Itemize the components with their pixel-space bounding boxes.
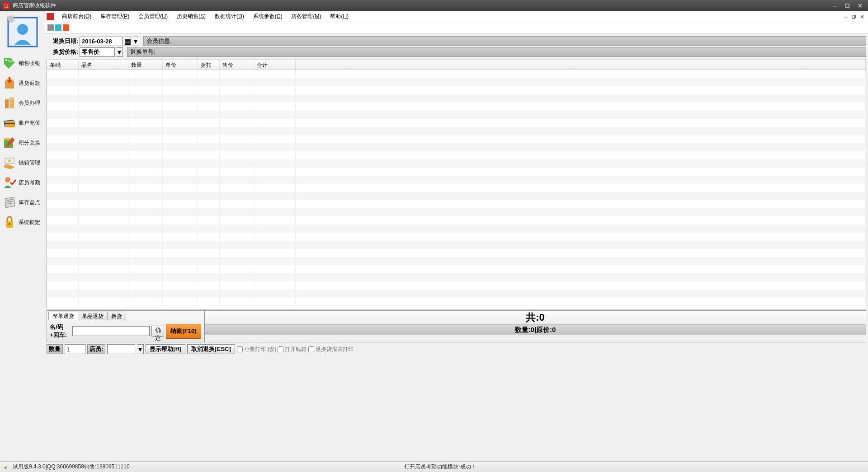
table-row[interactable] — [47, 103, 866, 111]
window-close-button[interactable] — [854, 2, 866, 10]
exchange-price-select[interactable]: 零售价 — [80, 47, 115, 57]
sidebar-item-inventory[interactable]: 库存盘点 — [2, 193, 43, 212]
sidebar-item-label: 销售收银 — [19, 60, 40, 67]
menu-s[interactable]: 历史销售(S) — [172, 13, 210, 20]
sidebar-item-member[interactable]: 会员办理 — [2, 93, 43, 112]
table-row[interactable] — [47, 86, 866, 94]
tab-exchange[interactable]: 换货 — [107, 312, 126, 320]
name-code-input[interactable] — [72, 326, 150, 336]
table-row[interactable] — [47, 168, 866, 176]
sidebar-item-lock[interactable]: 系统锁定 — [2, 213, 43, 232]
table-row[interactable] — [47, 273, 866, 281]
table-row[interactable] — [47, 111, 866, 119]
menu-d[interactable]: 数据统计(D) — [210, 13, 249, 20]
table-row[interactable] — [47, 290, 866, 298]
table-row[interactable] — [47, 94, 866, 103]
theme-cyan-swatch[interactable] — [55, 24, 61, 31]
table-row[interactable] — [47, 192, 866, 200]
menu-q[interactable]: 商店前台(Q) — [57, 13, 96, 20]
qty-input[interactable] — [65, 344, 85, 354]
sidebar-item-recharge[interactable]: 账户充值 — [2, 113, 43, 132]
table-row[interactable] — [47, 241, 866, 249]
credit-cards-icon — [2, 116, 17, 130]
menu-m[interactable]: 店务管理(M) — [287, 13, 326, 20]
sidebar-item-sales[interactable]: Sale 销售收银 — [2, 54, 43, 73]
table-row[interactable] — [47, 119, 866, 127]
receipt-print-checkbox[interactable]: 小票打印 — [237, 346, 266, 353]
status-plug-icon — [3, 463, 10, 471]
window-title: 商店管家收银软件 — [13, 2, 828, 9]
checkout-button[interactable]: 结账[F10] — [166, 324, 201, 339]
confirm-button[interactable]: 确定 — [151, 326, 164, 336]
mdi-close-button[interactable] — [858, 13, 866, 20]
theme-gray-swatch[interactable] — [47, 24, 54, 31]
sidebar-item-return[interactable]: 退货返款 — [2, 74, 43, 93]
col-blank — [296, 60, 866, 70]
table-row[interactable] — [47, 176, 866, 184]
col-qty[interactable]: 数量 — [128, 60, 163, 70]
window-minimize-button[interactable] — [828, 2, 841, 10]
money-hand-icon — [2, 155, 17, 170]
status-version: 试用版9.4.3.0|QQ:360699858销售:13809511110 — [13, 463, 404, 471]
sidebar-item-attendance[interactable]: 店员考勤 — [2, 173, 43, 192]
table-row[interactable] — [47, 135, 866, 143]
table-row[interactable] — [47, 208, 866, 216]
table-row[interactable] — [47, 249, 866, 257]
col-barcode[interactable]: 条码 — [47, 60, 79, 70]
tab-item-return[interactable]: 单品退货 — [78, 312, 108, 320]
open-drawer-checkbox[interactable]: 打开钱箱 — [278, 346, 307, 353]
svg-rect-9 — [9, 98, 14, 108]
col-saleprice[interactable]: 售价 — [220, 60, 254, 70]
svg-text:Sale: Sale — [8, 60, 14, 63]
exchange-price-label: 换货价格: — [47, 48, 78, 56]
table-row[interactable] — [47, 143, 866, 151]
cancel-return-button[interactable]: 取消退换[ESC] — [187, 344, 235, 354]
svg-rect-11 — [12, 99, 13, 100]
table-row[interactable] — [47, 127, 866, 135]
table-row[interactable] — [47, 216, 866, 224]
table-row[interactable] — [47, 184, 866, 192]
price-dropdown-icon[interactable]: ▾ — [116, 47, 123, 57]
table-row[interactable] — [47, 224, 866, 233]
col-unitprice[interactable]: 单价 — [163, 60, 198, 70]
show-help-button[interactable]: 显示帮助[H] — [146, 344, 185, 354]
svg-line-28 — [8, 464, 9, 465]
table-row[interactable] — [47, 281, 866, 290]
table-row[interactable] — [47, 298, 866, 306]
summary-detail: 数量:0|原价:0 — [205, 325, 866, 335]
settings-link[interactable]: [设] — [268, 346, 276, 353]
table-row[interactable] — [47, 257, 866, 265]
table-row[interactable] — [47, 233, 866, 241]
clerk-dropdown-icon[interactable]: ▾ — [137, 344, 144, 354]
mdi-minimize-button[interactable] — [842, 13, 850, 20]
table-row[interactable] — [47, 265, 866, 273]
tab-full-return[interactable]: 整单退货 — [48, 312, 78, 320]
grid-body[interactable] — [47, 70, 866, 309]
menu-p[interactable]: 库存管理(P) — [96, 13, 134, 20]
action-bar: 数量 店员: ▾ 显示帮助[H] 取消退换[ESC] 小票打印 [设] 打开钱箱… — [47, 344, 866, 355]
return-date-input[interactable]: 2016-03-28 — [80, 37, 123, 46]
book-pencil-icon — [2, 136, 17, 150]
table-row[interactable] — [47, 200, 866, 208]
table-row[interactable] — [47, 78, 866, 86]
menu-u[interactable]: 会员管理(U) — [134, 13, 172, 20]
table-row[interactable] — [47, 70, 866, 78]
table-row[interactable] — [47, 151, 866, 159]
svg-rect-1 — [845, 4, 849, 7]
menu-c[interactable]: 系统参数(C) — [249, 13, 287, 20]
sidebar-item-cashbox[interactable]: 钱箱管理 — [2, 153, 43, 172]
theme-orange-swatch[interactable] — [63, 24, 69, 31]
table-row[interactable] — [47, 159, 866, 168]
col-discount[interactable]: 折扣 — [198, 60, 220, 70]
calendar-icon[interactable]: ▦ — [124, 37, 131, 46]
menu-h[interactable]: 帮助(H) — [326, 13, 353, 20]
col-name[interactable]: 品名 — [79, 60, 128, 70]
window-maximize-button[interactable] — [841, 2, 854, 10]
sidebar-item-points[interactable]: 积分兑换 — [2, 133, 43, 152]
clerk-select[interactable] — [107, 344, 135, 354]
mdi-restore-button[interactable] — [850, 13, 858, 20]
report-print-checkbox[interactable]: 退换货报表打印 — [308, 346, 354, 353]
date-dropdown-icon[interactable]: ▾ — [132, 37, 139, 46]
svg-rect-8 — [5, 99, 9, 108]
col-total[interactable]: 合计 — [254, 60, 296, 70]
